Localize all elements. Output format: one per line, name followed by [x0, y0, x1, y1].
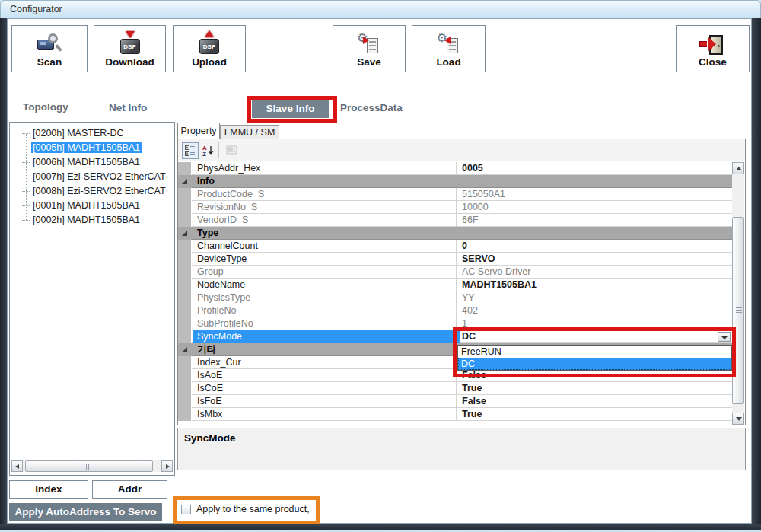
property-row[interactable]: IsMbxTrue [178, 408, 733, 421]
property-value[interactable]: 10000 [457, 201, 733, 214]
property-value[interactable]: MADHT1505BA1 [457, 279, 733, 291]
tree-item-label: [0008h] Ezi-SERVO2 EtherCAT [31, 186, 167, 196]
scroll-down-arrow-icon[interactable] [732, 413, 744, 425]
property-value[interactable]: 0 [457, 240, 733, 253]
property-value[interactable]: YY [457, 291, 733, 304]
row-indicator [178, 266, 192, 279]
property-label: ProfileNo [193, 304, 457, 317]
property-rows: PhysAddr_Hex0005InfoProductCode_S515050A… [178, 162, 733, 421]
tab-topology[interactable]: Topology [23, 101, 68, 113]
property-row[interactable]: GroupAC Servo Driver [178, 266, 733, 279]
close-button[interactable]: Close [676, 25, 750, 72]
tree-item-label: [0005h] MADHT1505BA1 [31, 142, 142, 153]
row-indicator [178, 214, 192, 227]
window-frame-bottom [0, 524, 761, 530]
property-row[interactable]: IsCoETrue [178, 382, 733, 395]
row-indicator [178, 175, 192, 188]
tree-item[interactable]: [0007h] Ezi-SERVO2 EtherCAT [10, 170, 174, 184]
property-value[interactable]: 515050A1 [457, 188, 733, 201]
property-label: ChannelCount [193, 240, 457, 253]
category-row[interactable]: Info [178, 175, 733, 188]
grid-vertical-scrollbar[interactable] [732, 162, 744, 425]
tree-item-label: [0200h] MASTER-DC [31, 128, 125, 139]
row-indicator [178, 343, 192, 356]
property-value[interactable]: False [457, 395, 733, 408]
upload-button[interactable]: DSP Upload [173, 25, 246, 72]
property-value[interactable]: 402 [457, 304, 733, 317]
apply-same-product-label: Apply to the same product, [196, 504, 310, 514]
tree-item[interactable]: [0002h] MADHT1505BA1 [10, 213, 174, 228]
property-description-box: SyncMode [177, 428, 746, 470]
tab-fmmu-sm[interactable]: FMMU / SM [220, 125, 279, 139]
download-button[interactable]: DSP Download [94, 25, 166, 72]
upload-button-label: Upload [174, 56, 245, 68]
scroll-up-arrow-icon[interactable] [732, 162, 744, 174]
property-value[interactable]: AC Servo Driver [457, 266, 733, 279]
tab-process-data[interactable]: ProcessData [340, 102, 403, 113]
tree-item-label: [0001h] MADHT1505BA1 [31, 200, 142, 211]
apply-autoaddress-button[interactable]: Apply AutoAddress To Servo [9, 503, 162, 521]
download-button-label: Download [94, 56, 165, 68]
property-label: RevisionNo_S [193, 201, 457, 214]
apply-same-product-checkbox[interactable] [181, 505, 191, 514]
tab-net-info[interactable]: Net Info [109, 102, 147, 113]
property-grid: A Z PhysAddr_Hex0005InfoProductCode_S515… [177, 139, 746, 425]
property-label: ProductCode_S [193, 188, 457, 201]
addr-button[interactable]: Addr [92, 480, 167, 499]
property-row[interactable]: VendorID_S66F [178, 214, 733, 227]
load-gear-document-icon: ⚙ [412, 32, 485, 58]
close-door-icon [677, 32, 749, 58]
property-row[interactable]: DeviceTypeSERVO [178, 253, 733, 266]
row-indicator [178, 188, 192, 201]
collapse-icon[interactable] [182, 179, 187, 184]
property-value[interactable]: True [457, 382, 733, 395]
scrollbar-thumb[interactable] [25, 460, 153, 472]
property-row[interactable]: RevisionNo_S10000 [178, 201, 733, 214]
index-button[interactable]: Index [9, 480, 88, 499]
scroll-left-arrow-icon[interactable] [11, 460, 23, 472]
scroll-right-arrow-icon[interactable] [161, 460, 173, 472]
row-indicator [178, 227, 192, 240]
category-row[interactable]: Type [178, 227, 733, 240]
tree-item-label: [0006h] MADHT1505BA1 [31, 157, 142, 167]
property-label: NodeName [193, 279, 457, 291]
property-value[interactable]: 66F [457, 214, 733, 227]
tree-item[interactable]: [0006h] MADHT1505BA1 [10, 155, 174, 170]
slave-tree-panel: [0200h] MASTER-DC[0005h] MADHT1505BA1[00… [9, 122, 175, 476]
tree-item[interactable]: [0005h] MADHT1505BA1 [10, 141, 174, 155]
property-value[interactable]: True [457, 408, 733, 421]
load-button[interactable]: ⚙ Load [412, 25, 486, 72]
alphabetical-sort-icon[interactable]: A Z [200, 142, 217, 159]
property-value[interactable]: SERVO [457, 253, 733, 266]
row-indicator [178, 356, 192, 369]
close-button-label: Close [677, 56, 749, 68]
property-row[interactable]: ProfileNo402 [178, 304, 733, 317]
tree-horizontal-scrollbar[interactable] [11, 460, 173, 472]
property-row[interactable]: PhysicsTypeYY [178, 291, 733, 304]
row-indicator [178, 382, 192, 395]
tree-item[interactable]: [0200h] MASTER-DC [10, 126, 174, 141]
row-indicator [178, 201, 192, 214]
property-value[interactable]: 0005 [457, 162, 733, 175]
collapse-icon[interactable] [182, 231, 187, 236]
tab-property[interactable]: Property [177, 123, 220, 139]
tree-item-label: [0007h] Ezi-SERVO2 EtherCAT [31, 171, 167, 182]
description-title: SyncMode [184, 432, 236, 444]
property-row[interactable]: ChannelCount0 [178, 240, 733, 253]
svg-text:Z: Z [202, 151, 206, 157]
row-indicator [178, 395, 192, 408]
title-bar[interactable]: Configurator [0, 0, 761, 18]
property-row[interactable]: IsFoEFalse [178, 395, 733, 408]
scan-button[interactable]: Scan [11, 25, 88, 72]
categorized-icon[interactable] [182, 142, 199, 159]
tree-item[interactable]: [0008h] Ezi-SERVO2 EtherCAT [10, 184, 174, 199]
collapse-icon[interactable] [182, 347, 187, 352]
property-row[interactable]: PhysAddr_Hex0005 [178, 162, 733, 175]
tab-slave-info[interactable]: Slave Info [252, 100, 329, 118]
save-button[interactable]: ⚙ Save [333, 25, 406, 72]
tree-item[interactable]: [0001h] MADHT1505BA1 [10, 199, 174, 213]
property-row[interactable]: ProductCode_S515050A1 [178, 188, 733, 201]
property-row[interactable]: NodeNameMADHT1505BA1 [178, 279, 733, 291]
property-pages-icon [224, 142, 240, 159]
toolbar-separator [218, 142, 219, 158]
